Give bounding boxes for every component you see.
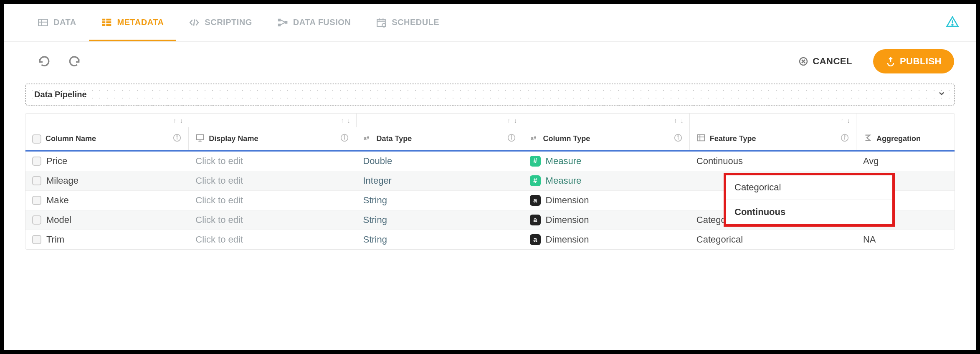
tab-metadata[interactable]: METADATA (89, 5, 177, 41)
cell-display-name[interactable]: Click to edit (189, 171, 356, 190)
info-icon[interactable] (507, 133, 516, 144)
svg-line-14 (280, 23, 285, 25)
feature-type-dropdown: Categorical Continuous (724, 173, 895, 227)
svg-line-13 (280, 20, 285, 22)
header-display-name-label: Display Name (209, 134, 258, 143)
cell-column-type[interactable]: aDimension (523, 210, 690, 230)
row-checkbox[interactable] (32, 157, 41, 166)
cell-name[interactable]: Mileage (46, 175, 79, 186)
row-checkbox[interactable] (32, 176, 41, 185)
undo-button[interactable] (38, 55, 51, 68)
dropdown-option-categorical[interactable]: Categorical (726, 175, 892, 200)
svg-text:a#: a# (530, 135, 536, 141)
select-all-checkbox[interactable] (32, 134, 41, 144)
sort-data-type[interactable]: ↑↓ (357, 114, 523, 127)
cell-name[interactable]: Trim (46, 234, 64, 245)
publish-icon (886, 56, 896, 66)
cell-name[interactable]: Price (46, 156, 67, 167)
cell-name[interactable]: Model (46, 215, 71, 225)
cell-feature-type[interactable]: Continuous (690, 152, 856, 171)
cell-feature-type[interactable]: Categorical (690, 230, 856, 249)
info-icon[interactable] (840, 133, 849, 144)
cell-column-type[interactable]: aDimension (523, 191, 690, 210)
dimension-chip-icon: a (530, 215, 541, 225)
svg-line-9 (194, 19, 195, 25)
datafusion-icon (277, 17, 288, 28)
chevron-down-icon (937, 89, 946, 100)
header-column-name: Column Name (25, 127, 189, 150)
header-aggregation: Aggregation (856, 127, 955, 150)
svg-rect-12 (285, 21, 287, 23)
cell-aggregation[interactable]: NA (856, 230, 955, 249)
sort-column-name[interactable]: ↑↓ (25, 114, 189, 127)
dimension-chip-icon: a (530, 234, 541, 245)
cell-display-name[interactable]: Click to edit (189, 230, 356, 249)
svg-rect-5 (102, 24, 105, 25)
data-pipeline-panel[interactable]: Data Pipeline (25, 83, 955, 106)
app-window: DATA METADATA SCRIPTING DATA FUSION (4, 4, 976, 350)
header-column-type: a# Column Type (523, 127, 690, 150)
svg-rect-11 (278, 24, 280, 26)
sort-display-name[interactable]: ↑↓ (189, 114, 357, 127)
header-feature-type-label: Feature Type (710, 134, 756, 143)
svg-rect-30 (197, 135, 204, 140)
sort-aggregation[interactable] (856, 114, 955, 127)
sort-feature-type[interactable]: ↑↓ (690, 114, 856, 127)
cell-column-type[interactable]: aDimension (523, 230, 690, 249)
svg-rect-6 (106, 19, 111, 20)
cell-display-name[interactable]: Click to edit (189, 152, 356, 171)
info-icon[interactable] (674, 133, 683, 144)
svg-point-29 (177, 136, 177, 137)
cell-data-type[interactable]: String (356, 210, 523, 230)
cell-data-type[interactable]: Integer (356, 171, 523, 190)
info-icon[interactable] (172, 133, 182, 144)
sort-row: ↑↓ ↑↓ ↑↓ ↑↓ ↑↓ (25, 114, 955, 127)
svg-rect-15 (377, 19, 385, 26)
cell-data-type[interactable]: String (356, 191, 523, 210)
svg-point-43 (678, 136, 679, 137)
tab-datafusion[interactable]: DATA FUSION (265, 5, 363, 41)
tab-datafusion-label: DATA FUSION (293, 18, 351, 27)
pipeline-label: Data Pipeline (34, 90, 87, 99)
cell-name[interactable]: Make (46, 195, 69, 206)
sort-column-type[interactable]: ↑↓ (523, 114, 690, 127)
metadata-table: ↑↓ ↑↓ ↑↓ ↑↓ ↑↓ Column Name Display Name (25, 113, 955, 250)
cell-column-type[interactable]: #Measure (523, 171, 690, 190)
publish-button[interactable]: PUBLISH (873, 49, 954, 73)
cell-aggregation[interactable]: Avg (856, 152, 955, 171)
featuretype-icon (696, 133, 706, 144)
header-aggregation-label: Aggregation (876, 134, 921, 143)
row-checkbox[interactable] (32, 196, 41, 205)
svg-point-35 (344, 136, 345, 137)
svg-rect-10 (278, 19, 280, 21)
redo-button[interactable] (68, 55, 81, 68)
measure-chip-icon: # (530, 156, 541, 167)
cell-column-type[interactable]: #Measure (523, 152, 690, 171)
row-checkbox[interactable] (32, 215, 41, 225)
header-column-type-label: Column Type (543, 134, 590, 143)
tab-scripting[interactable]: SCRIPTING (176, 5, 264, 41)
svg-rect-8 (106, 24, 111, 25)
schedule-icon (376, 17, 387, 28)
tab-data[interactable]: DATA (25, 5, 89, 41)
svg-text:a#: a# (364, 135, 370, 141)
svg-point-22 (952, 24, 953, 25)
measure-chip-icon: # (530, 175, 541, 186)
header-column-name-label: Column Name (46, 134, 96, 143)
cancel-button[interactable]: CANCEL (786, 49, 865, 73)
info-icon[interactable] (340, 133, 349, 144)
cell-display-name[interactable]: Click to edit (189, 210, 356, 230)
table-row: Price Click to edit Double #Measure Cont… (25, 150, 955, 171)
cell-display-name[interactable]: Click to edit (189, 191, 356, 210)
cell-data-type[interactable]: String (356, 230, 523, 249)
alert-icon[interactable] (946, 15, 959, 30)
dropdown-option-continuous[interactable]: Continuous (726, 200, 892, 224)
header-data-type-label: Data Type (376, 134, 412, 143)
svg-point-39 (511, 136, 512, 137)
tab-data-label: DATA (53, 18, 76, 27)
scripting-icon (189, 17, 200, 28)
tab-schedule[interactable]: SCHEDULE (363, 5, 452, 41)
row-checkbox[interactable] (32, 235, 41, 244)
header-row: Column Name Display Name a# Data Type a#… (25, 127, 955, 150)
cell-data-type[interactable]: Double (356, 152, 523, 171)
